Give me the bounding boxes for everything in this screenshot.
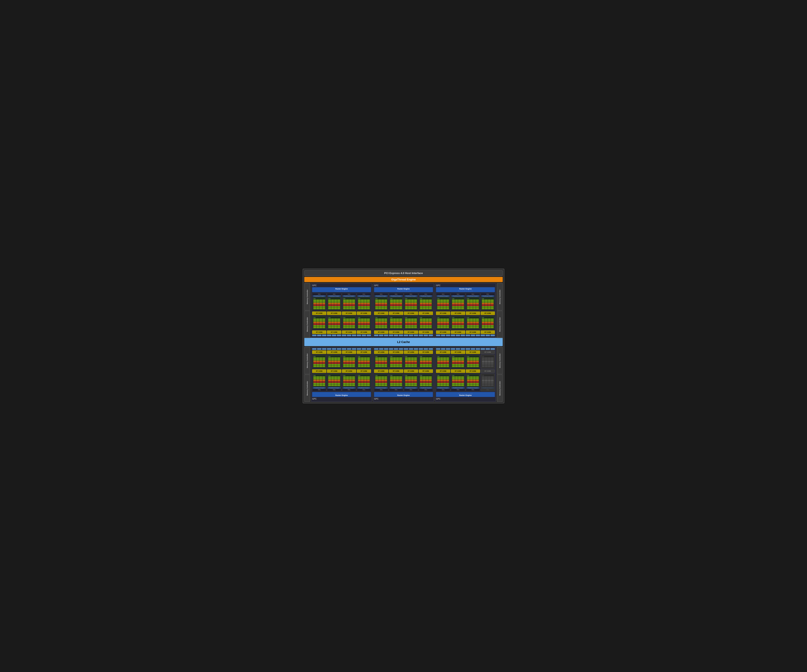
gpc-bot-left: RT CORE RT CORE RT CORE RT CORE SM: [311, 347, 372, 402]
cuda-cores-tl-1-1: [313, 299, 325, 309]
right-mc-bot: Memory Controller Memory Controller: [497, 347, 503, 402]
mem-bus-tl: [312, 334, 371, 336]
mc-label-1: Memory Controller: [304, 283, 310, 311]
rt-core-row-tl-1: RT CORE RT CORE RT CORE RT CORE: [312, 311, 371, 315]
cuda-cores-tl-4-1: [358, 299, 370, 309]
gigathread-bar: GigaThread Engine: [304, 277, 503, 282]
raster-engine-tr: Raster Engine ↑↓ ↑↓ ↑↓ ↑↓ ↑↓ ↑↓ ↑↓ ↑↓: [436, 287, 495, 292]
tpc-row-tl-bot: SM: [312, 316, 371, 330]
tpc-tl-3: TPC PolyMorph Engine SM: [342, 293, 356, 311]
tpc-tl-b3: SM: [342, 316, 356, 330]
cuda-tl-b4: [358, 318, 370, 328]
rt-core-row-tl-2: RT CORE RT CORE RT CORE RT CORE: [312, 331, 371, 334]
left-mc-top: Memory Controller Memory Controller: [304, 283, 310, 338]
cuda-tl-b2: [328, 318, 340, 328]
mc-label-7: Memory Controller: [497, 347, 503, 374]
gpc-bot-mid: RT CORE RT CORE RT CORE RT CORE SM: [373, 347, 434, 402]
mc-label-4: Memory Controller: [497, 311, 503, 338]
mc-label-2: Memory Controller: [304, 311, 310, 338]
left-mc-bot: Memory Controller Memory Controller: [304, 347, 310, 402]
tpc-tl-1: TPC PolyMorph Engine SM: [312, 293, 326, 311]
gpc-bot-right: RT CORE RT CORE RT CORE RT CORE SM: [435, 347, 496, 402]
l2-cache-bar: L2 Cache: [304, 338, 503, 346]
sm-tl-b3: SM: [343, 316, 355, 329]
raster-engine-tl: Raster Engine ↑↓ ↑↓ ↑↓ ↑↓ ↑↓ ↑↓ ↑↓ ↑↓: [312, 287, 371, 292]
tpc-tl-2: TPC PolyMorph Engine SM: [327, 293, 341, 311]
sm-tl-b2: SM: [327, 316, 340, 329]
sm-tl-2-1: SM: [327, 297, 340, 310]
gpc-label-tr: GPC: [436, 284, 495, 286]
sm-tl-3-1: SM: [343, 297, 355, 310]
cuda-tl-b3: [343, 318, 355, 328]
mc-label-6: Memory Controller: [304, 375, 310, 402]
mc-label-8: Memory Controller: [497, 375, 503, 402]
top-gpcs-row: GPC Raster Engine ↑↓ ↑↓ ↑↓ ↑↓ ↑↓ ↑↓ ↑↓ ↑…: [311, 283, 496, 338]
cuda-cores-tl-2-1: [328, 299, 340, 309]
gpc-top-mid: GPC Raster Engine ↑↓ ↑↓ ↑↓ ↑↓ ↑↓ ↑↓ ↑↓ ↑…: [373, 283, 434, 338]
top-section: Memory Controller Memory Controller GPC …: [304, 283, 503, 338]
pci-bar: PCI Express 4.0 Host Interface: [304, 270, 503, 276]
gpc-top-right: GPC Raster Engine ↑↓ ↑↓ ↑↓ ↑↓ ↑↓ ↑↓ ↑↓ ↑…: [435, 283, 496, 338]
sm-tl-1-1: SM: [313, 297, 326, 310]
right-mc-top: Memory Controller Memory Controller: [497, 283, 503, 338]
sm-tl-4-1: SM: [357, 297, 370, 310]
gpc-label-tl: GPC: [312, 284, 371, 286]
mc-label-3: Memory Controller: [497, 283, 503, 311]
top-gpcs: GPC Raster Engine ↑↓ ↑↓ ↑↓ ↑↓ ↑↓ ↑↓ ↑↓ ↑…: [311, 283, 496, 338]
raster-engine-bl: ↑↓ ↑↓ ↑↓ ↑↓ ↑↓ ↑↓ ↑↓ ↑↓ Raster Engine: [312, 392, 371, 397]
gpc-label-tm: GPC: [374, 284, 433, 286]
cuda-tl-b1: [313, 318, 325, 328]
cuda-cores-tl-3-1: [343, 299, 355, 309]
gpc-label-bl: GPC: [312, 398, 371, 400]
bottom-gpcs: RT CORE RT CORE RT CORE RT CORE SM: [311, 347, 496, 402]
bottom-section: Memory Controller Memory Controller RT C…: [304, 347, 503, 402]
tpc-tl-b4: SM: [357, 316, 371, 330]
tpc-tl-b1: SM: [312, 316, 326, 330]
tpc-tl-4: TPC PolyMorph Engine SM: [357, 293, 371, 311]
sm-tl-b4: SM: [357, 316, 370, 329]
sm-tl-b1: SM: [313, 316, 326, 329]
raster-arrows-tl: ↑↓ ↑↓ ↑↓ ↑↓ ↑↓ ↑↓ ↑↓ ↑↓: [313, 290, 370, 291]
tpc-tl-b2: SM: [327, 316, 341, 330]
gpc-top-left: GPC Raster Engine ↑↓ ↑↓ ↑↓ ↑↓ ↑↓ ↑↓ ↑↓ ↑…: [311, 283, 372, 338]
bottom-gpcs-row: RT CORE RT CORE RT CORE RT CORE SM: [311, 347, 496, 402]
gpu-diagram: PCI Express 4.0 Host Interface GigaThrea…: [303, 269, 504, 403]
raster-engine-tm: Raster Engine ↑↓ ↑↓ ↑↓ ↑↓ ↑↓ ↑↓ ↑↓ ↑↓: [374, 287, 433, 292]
mc-label-5: Memory Controller: [304, 347, 310, 374]
tpc-row-tm-top: TPC PolyMorph Engine SM: [374, 293, 433, 311]
tpc-row-tl-top: TPC PolyMorph Engine SM: [312, 293, 371, 311]
